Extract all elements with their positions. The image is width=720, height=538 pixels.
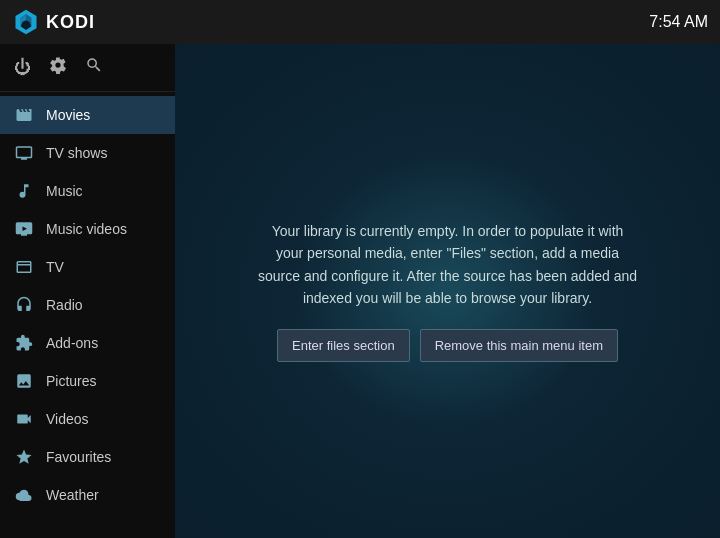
power-icon[interactable]: ⏻: [14, 58, 31, 78]
tv-icon: [14, 257, 34, 277]
add-ons-icon: [14, 333, 34, 353]
sidebar-item-music-label: Music: [46, 183, 83, 199]
app-title: KODI: [46, 12, 95, 33]
sidebar-item-tv-shows[interactable]: TV shows: [0, 134, 175, 172]
sidebar-item-favourites-label: Favourites: [46, 449, 111, 465]
radio-icon: [14, 295, 34, 315]
movies-icon: [14, 105, 34, 125]
music-videos-icon: [14, 219, 34, 239]
search-icon[interactable]: [85, 56, 103, 79]
remove-menu-item-button[interactable]: Remove this main menu item: [420, 329, 618, 362]
main-layout: ⏻ Movies: [0, 44, 720, 538]
videos-icon: [14, 409, 34, 429]
sidebar-controls: ⏻: [0, 44, 175, 92]
sidebar-item-music[interactable]: Music: [0, 172, 175, 210]
settings-icon[interactable]: [49, 56, 67, 79]
sidebar-item-radio-label: Radio: [46, 297, 83, 313]
sidebar-item-weather-label: Weather: [46, 487, 99, 503]
weather-icon: [14, 485, 34, 505]
main-content: Your library is currently empty. In orde…: [175, 44, 720, 538]
sidebar-item-radio[interactable]: Radio: [0, 286, 175, 324]
sidebar-item-music-videos[interactable]: Music videos: [0, 210, 175, 248]
sidebar-item-videos-label: Videos: [46, 411, 89, 427]
music-icon: [14, 181, 34, 201]
sidebar-item-movies-label: Movies: [46, 107, 90, 123]
enter-files-button[interactable]: Enter files section: [277, 329, 410, 362]
header-time: 7:54 AM: [649, 13, 708, 31]
sidebar-item-favourites[interactable]: Favourites: [0, 438, 175, 476]
sidebar-item-tv-label: TV: [46, 259, 64, 275]
sidebar-item-videos[interactable]: Videos: [0, 400, 175, 438]
sidebar-item-tv[interactable]: TV: [0, 248, 175, 286]
kodi-logo-icon: [12, 8, 40, 36]
sidebar-item-pictures-label: Pictures: [46, 373, 97, 389]
tv-shows-icon: [14, 143, 34, 163]
sidebar-item-music-videos-label: Music videos: [46, 221, 127, 237]
empty-library-buttons: Enter files section Remove this main men…: [258, 329, 638, 362]
empty-library-panel: Your library is currently empty. In orde…: [238, 200, 658, 383]
sidebar-item-add-ons-label: Add-ons: [46, 335, 98, 351]
sidebar-item-weather[interactable]: Weather: [0, 476, 175, 514]
sidebar-item-add-ons[interactable]: Add-ons: [0, 324, 175, 362]
header: KODI 7:54 AM: [0, 0, 720, 44]
sidebar-nav: Movies TV shows Music M: [0, 92, 175, 538]
pictures-icon: [14, 371, 34, 391]
kodi-logo: KODI: [12, 8, 95, 36]
sidebar-item-pictures[interactable]: Pictures: [0, 362, 175, 400]
favourites-icon: [14, 447, 34, 467]
empty-library-message: Your library is currently empty. In orde…: [258, 220, 638, 310]
sidebar-item-movies[interactable]: Movies: [0, 96, 175, 134]
sidebar: ⏻ Movies: [0, 44, 175, 538]
sidebar-item-tv-shows-label: TV shows: [46, 145, 107, 161]
